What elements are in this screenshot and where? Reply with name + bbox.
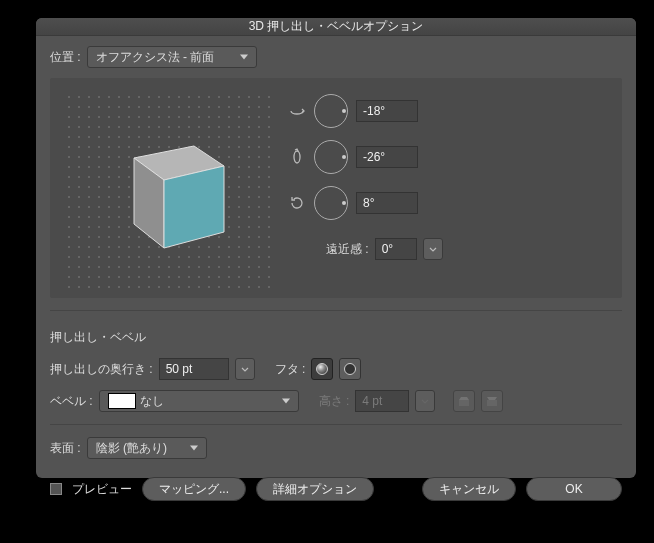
svg-rect-5 <box>487 400 497 406</box>
rotate-z-icon <box>288 194 306 212</box>
rotate-x-input[interactable] <box>356 100 418 122</box>
depth-stepper[interactable] <box>235 358 255 380</box>
position-value: オフアクシス法 - 前面 <box>96 49 215 66</box>
preview-checkbox-label: プレビュー <box>72 481 132 498</box>
bevel-height-label: 高さ : <box>319 393 350 410</box>
bevel-out-button <box>481 390 503 412</box>
cap-label: フタ : <box>275 361 306 378</box>
position-dropdown[interactable]: オフアクシス法 - 前面 <box>87 46 257 68</box>
surface-label: 表面 : <box>50 440 81 457</box>
divider-2 <box>50 424 622 425</box>
advanced-options-button[interactable]: 詳細オプション <box>256 477 374 501</box>
surface-row: 表面 : 陰影 (艶あり) <box>50 437 622 459</box>
rotate-z-input[interactable] <box>356 192 418 214</box>
bevel-label: ベベル : <box>50 393 93 410</box>
rotate-y-dial[interactable] <box>314 140 348 174</box>
ok-button[interactable]: OK <box>526 477 622 501</box>
perspective-label: 遠近感 : <box>326 241 369 258</box>
cap-off-button[interactable] <box>339 358 361 380</box>
mapping-button[interactable]: マッピング... <box>142 477 246 501</box>
bevel-in-button <box>453 390 475 412</box>
perspective-stepper[interactable] <box>423 238 443 260</box>
dialog-content: 位置 : オフアクシス法 - 前面 <box>36 36 636 509</box>
rotate-y-row <box>288 140 443 174</box>
surface-dropdown[interactable]: 陰影 (艶あり) <box>87 437 207 459</box>
angle-controls: 遠近感 : <box>288 88 443 288</box>
depth-input[interactable] <box>159 358 229 380</box>
position-row: 位置 : オフアクシス法 - 前面 <box>50 46 622 68</box>
bevel-value: なし <box>140 393 164 410</box>
cancel-button[interactable]: キャンセル <box>422 477 516 501</box>
divider <box>50 310 622 311</box>
surface-value: 陰影 (艶あり) <box>96 440 167 457</box>
rotate-x-dial[interactable] <box>314 94 348 128</box>
3d-options-dialog: 3D 押し出し・ベベルオプション 位置 : オフアクシス法 - 前面 <box>36 18 636 478</box>
depth-label: 押し出しの奥行き : <box>50 361 153 378</box>
bevel-height-input <box>355 390 409 412</box>
preview-checkbox[interactable] <box>50 483 62 495</box>
rotate-z-row <box>288 186 443 220</box>
rotate-y-input[interactable] <box>356 146 418 168</box>
cap-on-button[interactable] <box>311 358 333 380</box>
rotate-x-icon <box>288 102 306 120</box>
bevel-row: ベベル : なし 高さ : <box>50 390 622 412</box>
cube-preview-icon <box>116 128 236 258</box>
bevel-swatch <box>108 393 136 409</box>
depth-row: 押し出しの奥行き : フタ : <box>50 358 622 380</box>
rotate-z-dial[interactable] <box>314 186 348 220</box>
svg-marker-2 <box>164 166 224 248</box>
cube-trackball[interactable] <box>60 88 270 288</box>
svg-point-3 <box>294 151 300 163</box>
svg-rect-4 <box>459 400 469 406</box>
bevel-height-stepper <box>415 390 435 412</box>
button-bar: プレビュー マッピング... 詳細オプション キャンセル OK <box>50 469 622 501</box>
perspective-row: 遠近感 : <box>326 238 443 260</box>
rotate-y-icon <box>288 148 306 166</box>
extrude-section-title: 押し出し・ベベル <box>50 329 622 346</box>
position-label: 位置 : <box>50 49 81 66</box>
bevel-dropdown[interactable]: なし <box>99 390 299 412</box>
dialog-title: 3D 押し出し・ベベルオプション <box>36 18 636 36</box>
rotation-panel: 遠近感 : <box>50 78 622 298</box>
perspective-input[interactable] <box>375 238 417 260</box>
rotate-x-row <box>288 94 443 128</box>
